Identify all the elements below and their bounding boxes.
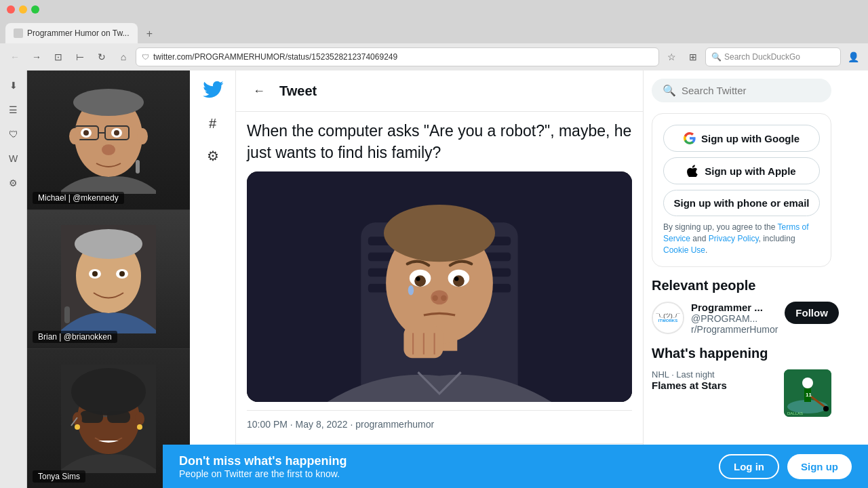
svg-point-29 [75, 424, 80, 430]
svg-point-27 [73, 412, 82, 426]
twitter-search-input[interactable] [682, 85, 821, 96]
tweet-card: When the computer asks "Are you a robot?… [236, 112, 643, 444]
svg-point-46 [454, 277, 458, 281]
tweet-back-button[interactable]: ← [247, 79, 271, 103]
svg-point-30 [137, 424, 142, 430]
maximize-button[interactable] [31, 5, 39, 14]
signup-google-button[interactable]: Sign up with Google [663, 125, 820, 152]
signup-google-label: Sign up with Google [701, 133, 800, 144]
banner-text: Don't miss what's happening People on Tw… [179, 454, 347, 479]
relevant-people-title: Relevant people [652, 278, 831, 293]
relevant-person: ¯\_(ツ)_/¯ ITWORKS Programmer ... @PROGRA… [652, 302, 831, 335]
address-bar[interactable]: 🛡 twitter.com/PROGRAMMERHUMOR/status/152… [136, 47, 659, 66]
browser-chrome: Programmer Humor on Tw... + ← → ⊡ ⊢ ↻ ⌂ … [0, 0, 868, 70]
settings-sidebar-icon[interactable]: ⚙ [4, 174, 23, 192]
main-area: ⬇ ☰ 🛡 W ⚙ [0, 70, 868, 488]
tweet-text: When the computer asks "Are you a robot?… [247, 120, 632, 163]
twitter-area: # ⚙ ← Tweet When the computer asks "Are … [190, 70, 868, 488]
video-label-michael: Michael | @mkennedy [33, 192, 124, 204]
svg-point-42 [414, 276, 426, 287]
browser-titlebar [0, 0, 868, 19]
twitter-sidebar: # ⚙ [190, 70, 236, 488]
programmer-humor-avatar: ¯\_(ツ)_/¯ ITWORKS [652, 302, 684, 334]
tweet-header: ← Tweet [236, 70, 643, 112]
avatar-logo-text: ¯\_(ツ)_/¯ ITWORKS [653, 312, 683, 325]
svg-text:DALLAS: DALLAS [787, 411, 803, 415]
browser-search-placeholder: Search DuckDuckGo [724, 52, 800, 62]
signup-section: Sign up with Google Sign up with Apple S… [652, 113, 831, 267]
browser-tabbar: Programmer Humor on Tw... + [0, 19, 868, 43]
svg-point-57 [802, 378, 813, 388]
bookmark-button[interactable]: ⊡ [49, 47, 68, 66]
bookmark-list-button[interactable]: ⊞ [684, 47, 703, 66]
twitter-logo [199, 76, 226, 103]
signup-apple-label: Sign up with Apple [705, 165, 795, 177]
tab-label: Programmer Humor on Tw... [27, 28, 130, 38]
forward-button[interactable]: → [27, 47, 46, 66]
browser-search-bar[interactable]: 🔍 Search DuckDuckGo [705, 47, 841, 66]
wiki-icon[interactable]: W [4, 149, 23, 168]
banner-subtitle: People on Twitter are the first to know. [179, 468, 347, 479]
relevant-people-section: Relevant people ¯\_(ツ)_/¯ ITWORKS Progra… [652, 278, 831, 335]
svg-rect-12 [136, 160, 140, 174]
whats-happening-section: What's happening NHL · Last night Flames… [652, 346, 831, 417]
profile-button[interactable]: 👤 [844, 47, 863, 66]
video-panel: Michael | @mkennedy [27, 70, 190, 488]
minimize-button[interactable] [19, 5, 27, 14]
tweet-timestamp: 10:00 PM · May 8, 2022 · programmerhumor [247, 419, 434, 430]
programmer-humor-info: Programmer ... @PROGRAM... r/ProgrammerH… [691, 302, 778, 335]
twitter-nav-settings[interactable]: ⚙ [198, 141, 228, 171]
news-item-nhl[interactable]: NHL · Last night Flames at Stars [652, 369, 831, 417]
twitter-nav-hashtag[interactable]: # [198, 108, 228, 138]
url-text: twitter.com/PROGRAMMERHUMOR/status/15235… [153, 52, 653, 62]
svg-point-47 [408, 285, 414, 296]
signup-banner-button[interactable]: Sign up [787, 454, 852, 479]
signup-apple-button[interactable]: Sign up with Apple [663, 157, 820, 184]
bookmarks-icon[interactable]: ☰ [4, 100, 23, 119]
bookmark-star-button[interactable]: ☆ [662, 47, 681, 66]
programmer-humor-handle: @PROGRAM... [691, 313, 778, 324]
programmer-humor-desc: r/ProgrammerHumor [691, 324, 778, 335]
tos-link-privacy[interactable]: Privacy Policy [709, 234, 759, 243]
new-tab-button[interactable]: + [140, 24, 159, 43]
svg-point-45 [453, 276, 465, 287]
follow-button[interactable]: Follow [785, 302, 839, 324]
bottom-banner: Don't miss what's happening People on Tw… [163, 445, 868, 488]
video-label-tonya: Tonya Sims [33, 470, 85, 483]
search-twitter-icon: 🔍 [663, 84, 676, 97]
svg-point-50 [441, 296, 446, 301]
banner-title: Don't miss what's happening [179, 454, 347, 468]
close-button[interactable] [7, 5, 15, 14]
home-button[interactable]: ⌂ [114, 47, 133, 66]
svg-point-49 [432, 296, 437, 301]
tos-link-cookie[interactable]: Cookie Use [663, 245, 705, 255]
tweet-image [247, 171, 632, 402]
svg-point-19 [119, 271, 125, 277]
svg-point-8 [114, 130, 119, 136]
tweet-column: ← Tweet When the computer asks "Are you … [236, 70, 643, 488]
twitter-right-sidebar: 🔍 Sign up with Google [643, 70, 840, 488]
svg-point-15 [75, 229, 142, 259]
svg-point-6 [83, 130, 89, 136]
tos-text: By signing up, you agree to the Terms of… [663, 222, 820, 256]
skip-button[interactable]: ⊢ [71, 47, 90, 66]
video-slot-brian: Brian | @brianokken [27, 210, 190, 350]
svg-rect-25 [107, 411, 130, 423]
svg-rect-24 [80, 411, 103, 423]
programmer-humor-name: Programmer ... [691, 302, 778, 313]
back-button[interactable]: ← [5, 47, 24, 66]
shield-sidebar-icon[interactable]: 🛡 [4, 125, 23, 144]
tweet-meta: 10:00 PM · May 8, 2022 · programmerhumor [247, 410, 632, 435]
signup-phone-button[interactable]: Sign up with phone or email [663, 190, 820, 216]
svg-point-17 [92, 271, 98, 277]
active-tab[interactable]: Programmer Humor on Tw... [5, 23, 138, 43]
twitter-search-box[interactable]: 🔍 [652, 79, 831, 102]
download-icon[interactable]: ⬇ [4, 76, 23, 95]
browser-toolbar: ← → ⊡ ⊢ ↻ ⌂ 🛡 twitter.com/PROGRAMMERHUMO… [0, 43, 868, 70]
browser-sidebar: ⬇ ☰ 🛡 W ⚙ [0, 70, 27, 488]
whats-happening-title: What's happening [652, 346, 831, 361]
reload-button[interactable]: ↻ [92, 47, 111, 66]
login-button[interactable]: Log in [719, 454, 779, 479]
video-slot-michael: Michael | @mkennedy [27, 70, 190, 210]
svg-point-1 [73, 89, 144, 116]
